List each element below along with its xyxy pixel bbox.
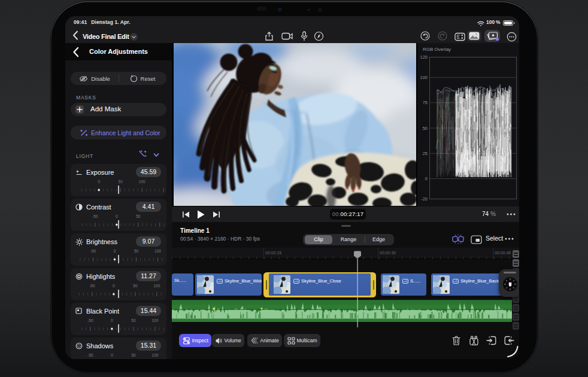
svg-text:0: 0 (111, 318, 113, 323)
svg-text:0: 0 (113, 284, 115, 288)
svg-text:50: 50 (134, 249, 139, 253)
svg-text:75: 75 (423, 100, 428, 105)
svg-text:-50: -50 (89, 284, 95, 288)
svg-text:100: 100 (151, 318, 158, 323)
svg-text:25: 25 (423, 151, 428, 156)
svg-text:0: 0 (111, 353, 113, 357)
svg-text:-20: -20 (421, 196, 428, 202)
svg-text:50: 50 (133, 284, 138, 288)
svg-text:100: 100 (153, 284, 160, 288)
svg-text:100: 100 (152, 353, 159, 357)
svg-text:50: 50 (423, 126, 428, 131)
svg-text:50: 50 (131, 318, 136, 323)
svg-text:0: 0 (98, 180, 100, 184)
svg-text:50: 50 (136, 214, 141, 218)
svg-text:100: 100 (154, 249, 161, 253)
svg-text:0: 0 (114, 249, 116, 253)
svg-text:0: 0 (425, 176, 428, 181)
svg-text:-50: -50 (92, 214, 98, 218)
svg-text:100: 100 (139, 180, 146, 184)
svg-text:100: 100 (420, 75, 428, 80)
svg-text:50: 50 (131, 353, 136, 357)
svg-text:-50: -50 (90, 249, 96, 253)
svg-text:120: 120 (420, 54, 428, 60)
svg-text:-50: -50 (87, 353, 93, 357)
svg-text:0: 0 (116, 214, 118, 218)
svg-text:-50: -50 (87, 318, 93, 323)
svg-text:50: 50 (119, 180, 123, 184)
